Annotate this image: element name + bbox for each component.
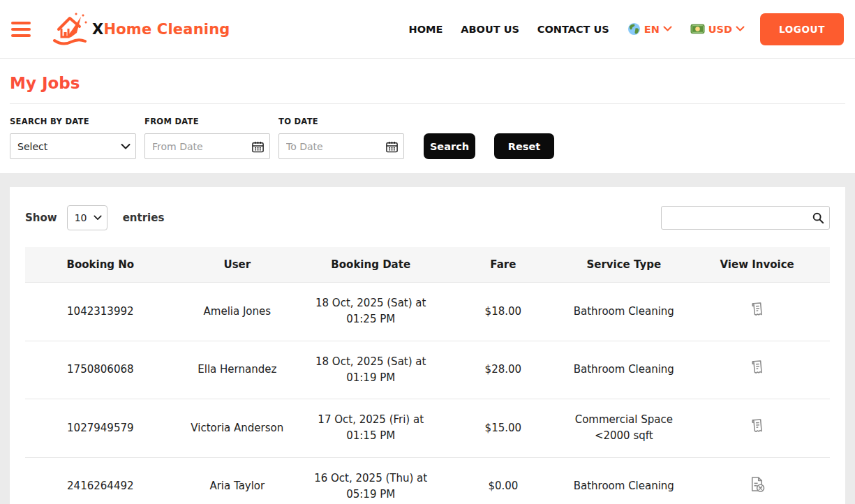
cell-service-type: Bathroom Cleaning [563, 341, 684, 399]
money-icon [690, 24, 705, 34]
from-date-label: FROM DATE [144, 117, 270, 126]
main-nav: HOME ABOUT US CONTACT US EN [409, 22, 745, 36]
cell-service-type: Bathroom Cleaning [563, 457, 684, 504]
table-search-input[interactable] [661, 206, 830, 230]
cell-fare: $28.00 [443, 341, 563, 399]
cell-view-invoice [684, 457, 830, 504]
table-toolbar: Show 10 entries [25, 205, 830, 230]
cell-booking-date: 18 Oct, 2025 (Sat) at 01:25 PM [299, 283, 443, 341]
reset-button[interactable]: Reset [494, 133, 554, 159]
to-date-label: TO DATE [278, 117, 404, 126]
hamburger-menu-icon[interactable] [11, 22, 31, 37]
currency-code: USD [708, 24, 732, 35]
table-row: 1027949579Victoria Anderson17 Oct, 2025 … [25, 399, 830, 458]
cell-fare: $15.00 [443, 399, 563, 458]
cell-user: Amelia Jones [176, 283, 299, 341]
nav-about-us[interactable]: ABOUT US [461, 24, 519, 35]
cell-booking-no: 1027949579 [25, 399, 176, 458]
jobs-table-body: 1042313992Amelia Jones18 Oct, 2025 (Sat)… [25, 283, 830, 504]
currency-selector[interactable]: USD [690, 24, 745, 35]
nav-home[interactable]: HOME [409, 24, 443, 35]
logout-button[interactable]: LOGOUT [760, 13, 844, 45]
col-user: User [176, 247, 299, 283]
cell-booking-date: 17 Oct, 2025 (Fri) at 01:15 PM [299, 399, 443, 458]
from-date-input[interactable] [144, 133, 270, 159]
cell-view-invoice [684, 283, 830, 341]
search-icon[interactable] [812, 212, 824, 224]
language-selector[interactable]: EN [627, 22, 672, 36]
search-by-date-select[interactable]: Select [10, 133, 136, 159]
show-label: Show [25, 212, 57, 224]
cell-booking-no: 1042313992 [25, 283, 176, 341]
brand-logo[interactable]: XHome Cleaning [49, 11, 230, 47]
search-by-date-group: SEARCH BY DATE Select [10, 117, 136, 159]
chevron-down-icon [663, 26, 672, 32]
table-header-row: Booking No User Booking Date Fare Servic… [25, 247, 830, 283]
page-title: My Jobs [10, 59, 845, 92]
jobs-table: Booking No User Booking Date Fare Servic… [25, 247, 830, 504]
jobs-table-card: Show 10 entries Bo [10, 187, 845, 504]
brand-name: XHome Cleaning [92, 21, 230, 38]
cell-user: Victoria Anderson [176, 399, 299, 458]
invoice-unavailable-icon[interactable] [748, 475, 766, 494]
filters-bar: SEARCH BY DATE Select FROM DATE [10, 117, 845, 159]
globe-icon [627, 22, 641, 36]
cell-booking-date: 18 Oct, 2025 (Sat) at 01:19 PM [299, 341, 443, 399]
page-size-select[interactable]: 10 [67, 205, 107, 230]
search-button[interactable]: Search [424, 133, 475, 159]
cell-view-invoice [684, 399, 830, 458]
view-invoice-icon[interactable] [748, 300, 766, 318]
from-date-group: FROM DATE [144, 117, 270, 159]
cell-view-invoice [684, 341, 830, 399]
cell-user: Aria Taylor [176, 457, 299, 504]
view-invoice-icon[interactable] [748, 358, 766, 376]
nav-contact-us[interactable]: CONTACT US [537, 24, 609, 35]
cell-fare: $18.00 [443, 283, 563, 341]
col-booking-date: Booking Date [299, 247, 443, 283]
to-date-input[interactable] [278, 133, 404, 159]
to-date-group: TO DATE [278, 117, 404, 159]
entries-label: entries [123, 212, 165, 224]
top-header: XHome Cleaning HOME ABOUT US CONTACT US … [0, 0, 855, 59]
cell-service-type: Commercial Space <2000 sqft [563, 399, 684, 458]
cell-booking-date: 16 Oct, 2025 (Thu) at 05:19 PM [299, 457, 443, 504]
home-cleaning-logo-icon [49, 11, 89, 47]
cell-booking-no: 1750806068 [25, 341, 176, 399]
col-service-type: Service Type [563, 247, 684, 283]
cell-service-type: Bathroom Cleaning [563, 283, 684, 341]
title-divider [10, 103, 845, 104]
language-code: EN [644, 24, 660, 35]
cell-user: Ella Hernandez [176, 341, 299, 399]
search-by-date-label: SEARCH BY DATE [10, 117, 136, 126]
table-row: 1042313992Amelia Jones18 Oct, 2025 (Sat)… [25, 283, 830, 341]
col-booking-no: Booking No [25, 247, 176, 283]
chevron-down-icon [736, 26, 745, 32]
cell-booking-no: 2416264492 [25, 457, 176, 504]
view-invoice-icon[interactable] [748, 417, 766, 435]
col-view-invoice: View Invoice [684, 247, 830, 283]
table-row: 1750806068Ella Hernandez18 Oct, 2025 (Sa… [25, 341, 830, 399]
table-row: 2416264492Aria Taylor16 Oct, 2025 (Thu) … [25, 457, 830, 504]
page-head-section: My Jobs SEARCH BY DATE Select FROM DATE [0, 59, 855, 173]
cell-fare: $0.00 [443, 457, 563, 504]
col-fare: Fare [443, 247, 563, 283]
